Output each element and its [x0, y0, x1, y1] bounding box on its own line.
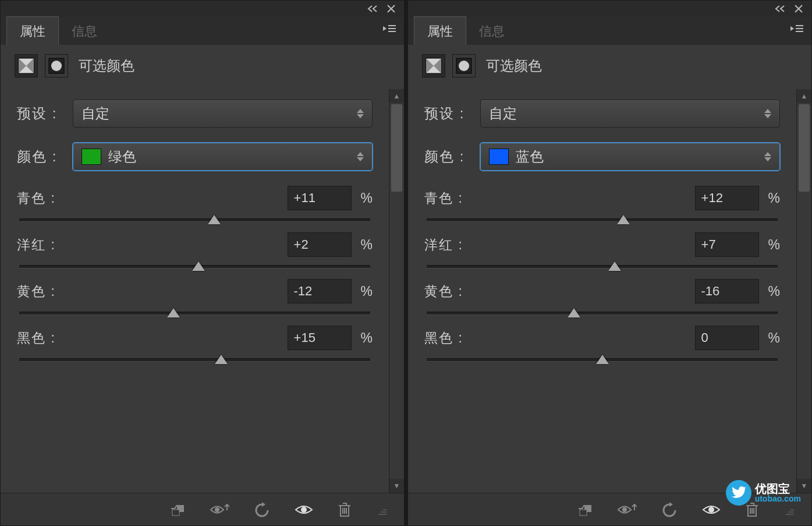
tab-info[interactable]: 信息: [59, 17, 110, 45]
tab-properties[interactable]: 属性: [414, 16, 466, 45]
color-label: 颜色 :: [424, 147, 473, 166]
color-value: 绿色: [108, 147, 136, 166]
tab-properties[interactable]: 属性: [6, 16, 59, 45]
selective-color-panel-left: 属性 信息 可选颜色 预设 : 自定 颜色 :: [0, 0, 405, 526]
cyan-slider[interactable]: [19, 218, 370, 222]
preset-dropdown[interactable]: 自定: [73, 100, 373, 128]
magenta-input[interactable]: [695, 232, 759, 257]
color-swatch: [489, 149, 509, 165]
watermark: 优图宝 utobao.com: [726, 480, 801, 506]
cyan-input[interactable]: [695, 186, 759, 210]
svg-point-13: [708, 507, 714, 513]
scroll-up-icon[interactable]: ▲: [797, 89, 811, 103]
clip-to-layer-icon[interactable]: [576, 503, 593, 517]
magenta-thumb[interactable]: [192, 262, 205, 271]
percent-label: %: [361, 237, 373, 253]
yellow-slider[interactable]: [19, 312, 370, 315]
view-previous-icon[interactable]: [617, 503, 637, 516]
cyan-input[interactable]: [288, 186, 352, 210]
scroll-thumb[interactable]: [391, 104, 402, 192]
magenta-input[interactable]: [288, 232, 352, 257]
svg-point-12: [622, 507, 627, 512]
black-label: 黑色 :: [424, 329, 463, 347]
magenta-label: 洋红 :: [17, 236, 56, 254]
percent-label: %: [361, 190, 373, 206]
percent-label: %: [361, 330, 373, 346]
color-value: 蓝色: [516, 147, 544, 166]
color-swatch: [81, 149, 101, 165]
cyan-slider[interactable]: [427, 218, 778, 222]
collapse-icon[interactable]: [774, 3, 786, 15]
twitter-bird-icon: [726, 480, 751, 506]
selective-color-icon[interactable]: [15, 54, 38, 77]
yellow-thumb[interactable]: [167, 308, 180, 317]
scroll-up-icon[interactable]: ▲: [389, 89, 404, 103]
black-slider[interactable]: [427, 358, 778, 362]
scroll-down-icon[interactable]: ▼: [389, 479, 404, 493]
panel-footer: [1, 493, 404, 525]
panel-menu-icon[interactable]: [790, 24, 803, 33]
layer-mask-icon[interactable]: [452, 54, 476, 77]
yellow-input[interactable]: [695, 279, 759, 303]
svg-point-6: [301, 507, 307, 513]
black-input[interactable]: [288, 326, 352, 350]
magenta-thumb[interactable]: [608, 262, 621, 271]
layer-mask-icon[interactable]: [45, 54, 68, 77]
svg-point-2: [51, 61, 62, 71]
selective-color-icon[interactable]: [422, 54, 445, 77]
close-icon[interactable]: [385, 3, 397, 15]
yellow-slider[interactable]: [427, 312, 778, 315]
color-label: 颜色 :: [17, 147, 66, 166]
percent-label: %: [361, 284, 373, 299]
collapse-icon[interactable]: [367, 3, 378, 15]
reset-icon[interactable]: [661, 502, 678, 517]
yellow-label: 黄色 :: [17, 283, 56, 301]
magenta-slider[interactable]: [19, 265, 370, 269]
panel-title: 可选颜色: [486, 57, 542, 75]
color-dropdown[interactable]: 绿色: [73, 143, 373, 171]
scrollbar[interactable]: ▲ ▼: [796, 89, 811, 493]
cyan-thumb[interactable]: [208, 215, 221, 224]
reset-icon[interactable]: [254, 502, 270, 517]
clip-to-layer-icon[interactable]: [169, 503, 185, 517]
delete-icon[interactable]: [338, 502, 352, 517]
cyan-label: 青色 :: [17, 189, 56, 207]
yellow-row: 黄色 : %: [17, 279, 373, 315]
view-previous-icon[interactable]: [210, 503, 229, 516]
toggle-visibility-icon[interactable]: [702, 504, 721, 516]
tab-row: 属性 信息: [408, 17, 811, 45]
scrollbar[interactable]: ▲ ▼: [389, 89, 404, 493]
close-icon[interactable]: [793, 3, 804, 15]
resize-grip-icon[interactable]: [783, 504, 794, 515]
cyan-thumb[interactable]: [617, 215, 630, 224]
tab-info[interactable]: 信息: [466, 17, 517, 45]
svg-point-5: [215, 507, 219, 512]
panel-menu-icon[interactable]: [383, 24, 396, 33]
black-thumb[interactable]: [215, 355, 228, 364]
magenta-slider[interactable]: [427, 265, 778, 269]
black-slider[interactable]: [19, 358, 370, 362]
black-input[interactable]: [695, 326, 759, 350]
adjustment-title-row: 可选颜色: [408, 45, 811, 89]
toggle-visibility-icon[interactable]: [295, 504, 313, 516]
adjustment-title-row: 可选颜色: [1, 45, 404, 89]
scroll-thumb[interactable]: [799, 104, 810, 192]
resize-grip-icon[interactable]: [376, 504, 387, 515]
selective-color-panel-right: 属性 信息 可选颜色 预设 : 自定 颜色 : 蓝色 青色 :% 洋红 :% 黄…: [407, 0, 812, 526]
yellow-input[interactable]: [288, 279, 352, 303]
color-row: 颜色 : 绿色: [17, 143, 373, 171]
yellow-thumb[interactable]: [568, 308, 580, 317]
panel-content: 预设 : 自定 颜色 : 绿色 青色 :: [1, 89, 389, 493]
color-dropdown[interactable]: 蓝色: [480, 143, 780, 171]
tab-row: 属性 信息: [1, 17, 404, 45]
black-thumb[interactable]: [596, 355, 609, 364]
watermark-name: 优图宝: [755, 483, 801, 495]
cyan-row: 青色 : %: [17, 186, 373, 222]
cyan-label: 青色 :: [424, 189, 463, 207]
preset-value: 自定: [489, 104, 517, 123]
preset-value: 自定: [81, 104, 109, 123]
preset-dropdown[interactable]: 自定: [480, 100, 780, 128]
black-row: 黑色 : %: [17, 326, 373, 362]
panel-content: 预设 : 自定 颜色 : 蓝色 青色 :% 洋红 :% 黄色 :% 黑色 :%: [408, 89, 796, 493]
yellow-label: 黄色 :: [424, 283, 463, 301]
